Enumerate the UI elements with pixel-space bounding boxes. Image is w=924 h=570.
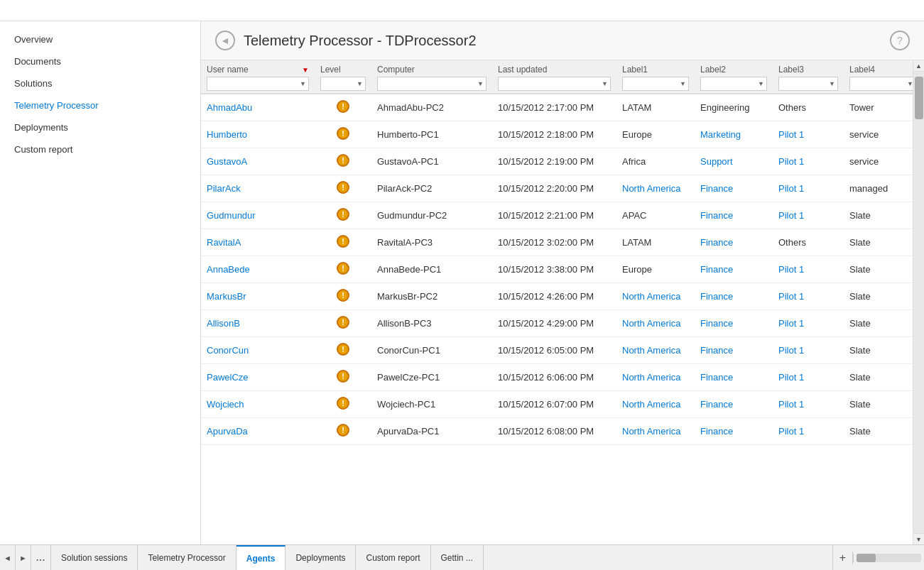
label2-link-8[interactable]: Finance	[700, 318, 733, 329]
label3-link-10[interactable]: Pilot 1	[778, 372, 804, 383]
tab-custom-report[interactable]: Custom report	[356, 545, 430, 570]
cell-label3-9[interactable]: Pilot 1	[773, 337, 844, 364]
label2-link-1[interactable]: Marketing	[700, 129, 741, 140]
cell-label2-12[interactable]: Finance	[695, 418, 773, 445]
user-link-4[interactable]: Gudmundur	[207, 210, 256, 221]
label3-link-12[interactable]: Pilot 1	[778, 426, 804, 437]
cell-label3-7[interactable]: Pilot 1	[773, 283, 844, 310]
tab-agents[interactable]: Agents	[237, 545, 286, 570]
filter-label3[interactable]: ▼	[778, 77, 838, 91]
cell-label2-4[interactable]: Finance	[695, 202, 773, 229]
label2-link-9[interactable]: Finance	[700, 345, 733, 356]
scroll-down-button[interactable]: ▼	[913, 533, 925, 544]
label2-link-2[interactable]: Support	[700, 156, 733, 167]
filter-label4[interactable]: ▼	[849, 77, 913, 91]
cell-label1-12[interactable]: North America	[616, 418, 695, 445]
cell-username-0[interactable]: AhmadAbu	[201, 94, 315, 121]
label1-link-3[interactable]: North America	[622, 183, 680, 194]
user-link-2[interactable]: GustavoA	[207, 156, 247, 167]
col-header-label2[interactable]: Label2 ▼	[695, 60, 773, 94]
label1-link-11[interactable]: North America	[622, 399, 680, 410]
col-header-username[interactable]: User name ▼ ▼	[201, 60, 315, 94]
sidebar-item-documents[interactable]: Documents	[0, 50, 200, 72]
cell-label3-3[interactable]: Pilot 1	[773, 175, 844, 202]
sidebar-item-custom-report[interactable]: Custom report	[0, 138, 200, 160]
cell-label2-5[interactable]: Finance	[695, 229, 773, 256]
cell-label2-1[interactable]: Marketing	[695, 121, 773, 148]
user-link-1[interactable]: Humberto	[207, 129, 247, 140]
cell-label2-11[interactable]: Finance	[695, 391, 773, 418]
filter-level[interactable]: ▼	[320, 77, 366, 91]
help-button[interactable]: ?	[890, 31, 910, 50]
cell-username-6[interactable]: AnnaBede	[201, 256, 315, 283]
tab-deployments[interactable]: Deployments	[286, 545, 356, 570]
vertical-scrollbar[interactable]: ▲ ▼	[913, 60, 924, 544]
label2-link-7[interactable]: Finance	[700, 291, 733, 302]
label1-link-9[interactable]: North America	[622, 345, 680, 356]
cell-label1-7[interactable]: North America	[616, 283, 695, 310]
user-link-7[interactable]: MarkusBr	[207, 291, 246, 302]
col-header-lastupdated[interactable]: Last updated ▼	[492, 60, 616, 94]
cell-label1-11[interactable]: North America	[616, 391, 695, 418]
cell-label1-8[interactable]: North America	[616, 310, 695, 337]
cell-label3-10[interactable]: Pilot 1	[773, 364, 844, 391]
col-header-computer[interactable]: Computer ▼	[371, 60, 492, 94]
cell-label2-2[interactable]: Support	[695, 148, 773, 175]
cell-username-5[interactable]: RavitalA	[201, 229, 315, 256]
user-link-10[interactable]: PawelCze	[207, 372, 249, 383]
filter-username[interactable]: ▼	[207, 77, 309, 91]
user-link-3[interactable]: PilarAck	[207, 183, 241, 194]
user-link-9[interactable]: ConorCun	[207, 345, 249, 356]
col-header-label4[interactable]: Label4 ▼	[844, 60, 913, 94]
col-header-label1[interactable]: Label1 ▼	[616, 60, 695, 94]
label3-link-6[interactable]: Pilot 1	[778, 264, 804, 275]
cell-label2-7[interactable]: Finance	[695, 283, 773, 310]
cell-label3-4[interactable]: Pilot 1	[773, 202, 844, 229]
tab-telemetry-processor[interactable]: Telemetry Processor	[138, 545, 236, 570]
back-button[interactable]: ◄	[215, 31, 235, 50]
user-link-12[interactable]: ApurvaDa	[207, 426, 248, 437]
cell-username-4[interactable]: Gudmundur	[201, 202, 315, 229]
table-container[interactable]: User name ▼ ▼	[201, 60, 913, 544]
cell-username-10[interactable]: PawelCze	[201, 364, 315, 391]
cell-label2-9[interactable]: Finance	[695, 337, 773, 364]
tab-solution-sessions[interactable]: Solution sessions	[51, 545, 138, 570]
cell-label3-6[interactable]: Pilot 1	[773, 256, 844, 283]
user-link-11[interactable]: Wojciech	[207, 399, 244, 410]
label3-link-3[interactable]: Pilot 1	[778, 183, 804, 194]
cell-username-8[interactable]: AllisonB	[201, 310, 315, 337]
label1-link-10[interactable]: North America	[622, 372, 680, 383]
label2-link-5[interactable]: Finance	[700, 237, 733, 248]
cell-username-11[interactable]: Wojciech	[201, 391, 315, 418]
cell-label2-3[interactable]: Finance	[695, 175, 773, 202]
tab-gettin[interactable]: Gettin ...	[431, 545, 484, 570]
label1-link-7[interactable]: North America	[622, 291, 680, 302]
sidebar-item-overview[interactable]: Overview	[0, 28, 200, 50]
label1-link-12[interactable]: North America	[622, 426, 680, 437]
cell-username-2[interactable]: GustavoA	[201, 148, 315, 175]
label1-link-8[interactable]: North America	[622, 318, 680, 329]
user-link-5[interactable]: RavitalA	[207, 237, 241, 248]
label3-link-2[interactable]: Pilot 1	[778, 156, 804, 167]
label2-link-6[interactable]: Finance	[700, 264, 733, 275]
filter-label2[interactable]: ▼	[700, 77, 767, 91]
scroll-thumb[interactable]	[915, 77, 923, 119]
cell-username-1[interactable]: Humberto	[201, 121, 315, 148]
label2-link-3[interactable]: Finance	[700, 183, 733, 194]
user-link-8[interactable]: AllisonB	[207, 318, 240, 329]
label2-link-10[interactable]: Finance	[700, 372, 733, 383]
cell-label1-3[interactable]: North America	[616, 175, 695, 202]
tab-next-button[interactable]: ►	[16, 545, 31, 570]
label2-link-12[interactable]: Finance	[700, 426, 733, 437]
col-header-label3[interactable]: Label3 ▼	[773, 60, 844, 94]
cell-label1-9[interactable]: North America	[616, 337, 695, 364]
scroll-up-button[interactable]: ▲	[913, 60, 925, 72]
user-link-6[interactable]: AnnaBede	[207, 264, 250, 275]
label3-link-8[interactable]: Pilot 1	[778, 318, 804, 329]
user-link-0[interactable]: AhmadAbu	[207, 102, 252, 113]
filter-label1[interactable]: ▼	[622, 77, 689, 91]
tab-scroll-thumb[interactable]	[857, 554, 876, 562]
sidebar-item-telemetry-processor[interactable]: Telemetry Processor	[0, 94, 200, 116]
label3-link-7[interactable]: Pilot 1	[778, 291, 804, 302]
cell-label3-12[interactable]: Pilot 1	[773, 418, 844, 445]
